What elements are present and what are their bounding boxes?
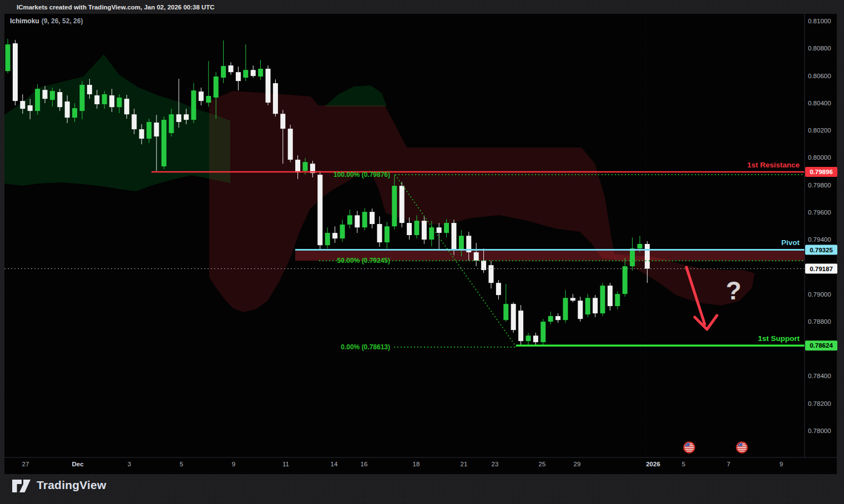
candle-body (243, 70, 248, 78)
candle-body (317, 175, 322, 245)
candle-body (273, 83, 278, 114)
candle-body (570, 298, 575, 301)
candle-body (229, 65, 234, 72)
price-badge-label: 0.79325 (810, 247, 833, 253)
candle-body (6, 44, 11, 71)
time-tick-label: 14 (331, 461, 338, 467)
question-mark-annotation[interactable]: ? (726, 276, 741, 305)
candle-body (184, 114, 189, 120)
candle-body (28, 105, 33, 111)
level-label-fib-50[interactable]: 50.00% (0.79245) (337, 257, 390, 264)
candle (288, 125, 293, 162)
candle-body (332, 233, 337, 238)
price-tick-label: 0.80600 (808, 73, 831, 79)
candle-body (295, 160, 300, 172)
candle-body (608, 286, 613, 306)
candle (35, 84, 40, 115)
time-tick-label: 3 (128, 461, 131, 467)
candle-body (154, 123, 159, 136)
candle-body (43, 90, 48, 99)
candle (511, 302, 516, 333)
candle-body (57, 92, 62, 107)
candle-body (251, 70, 256, 76)
candle-body (563, 298, 568, 320)
candle-body (518, 310, 523, 341)
candle-body (280, 114, 285, 129)
candle-body (13, 43, 18, 101)
price-badge-label: 0.79896 (810, 169, 833, 175)
candle (266, 65, 271, 105)
candle-body (355, 215, 360, 227)
candle-body (266, 69, 271, 103)
candle-body (87, 85, 92, 94)
candle-body (503, 304, 508, 320)
candle-body (496, 283, 501, 295)
chart-canvas[interactable]: 1st Resistance100.00% (0.79876)Pivot50.0… (0, 0, 844, 504)
level-label-fib-100[interactable]: 100.00% (0.79876) (333, 171, 390, 179)
time-tick-label: 25 (539, 461, 546, 467)
candle-body (630, 248, 635, 266)
price-tick-label: 0.80000 (808, 154, 831, 161)
candle-body (540, 322, 545, 342)
candle-body (303, 162, 308, 171)
candle-body (489, 265, 494, 283)
candle-body (385, 226, 390, 242)
indicator-legend[interactable]: Ichimoku(9, 26, 52, 26) (10, 17, 83, 25)
level-label-fib-0[interactable]: 0.00% (0.78613) (341, 343, 390, 351)
candle-body (221, 66, 226, 78)
candle-body (347, 215, 352, 225)
time-tick-label: 29 (574, 461, 581, 467)
price-tick-label: 0.78800 (808, 318, 831, 325)
level-label-pivot[interactable]: Pivot (781, 238, 800, 247)
candle-body (415, 221, 420, 235)
price-tick-label: 0.79400 (808, 236, 831, 243)
price-tick-label: 0.80800 (808, 45, 831, 52)
time-tick-label: 21 (461, 461, 468, 467)
candle-body (526, 335, 531, 341)
tradingview-logo[interactable]: TradingView (11, 477, 107, 493)
candle-body (288, 129, 293, 160)
candle-body (109, 95, 114, 107)
time-tick-label: 2026 (646, 461, 660, 467)
watermark-text: ICmarkets created with TradingView.com, … (17, 4, 215, 11)
price-tick-label: 0.80400 (808, 100, 831, 106)
candle-body (102, 94, 107, 104)
candle-body (35, 89, 40, 111)
candle-body (638, 244, 643, 248)
indicator-name: Ichimoku (10, 17, 39, 25)
candle-body (117, 98, 122, 107)
candle-body (340, 225, 345, 238)
candle-body (124, 99, 129, 114)
time-tick-label: 7 (727, 461, 730, 467)
candle-body (258, 69, 263, 77)
price-tick-label: 0.78400 (808, 373, 831, 379)
candle-body (199, 91, 204, 101)
candle-body (325, 233, 330, 245)
level-label-resistance[interactable]: 1st Resistance (747, 161, 800, 169)
candle-body (206, 96, 211, 103)
economic-event-flag-us[interactable] (736, 442, 747, 453)
indicator-params: (9, 26, 52, 26) (42, 17, 83, 25)
watermark-bar: ICmarkets created with TradingView.com, … (0, 0, 844, 14)
candle-body (645, 244, 650, 269)
time-tick-label: 9 (780, 461, 783, 467)
price-tick-label: 0.81000 (808, 18, 831, 24)
candle-body (578, 301, 583, 319)
price-badge-label: 0.78624 (810, 342, 833, 349)
candle (518, 305, 523, 345)
candle-body (437, 227, 442, 233)
candle-body (600, 286, 605, 313)
time-tick-label: 16 (361, 461, 368, 467)
candle-body (72, 108, 77, 118)
candle-body (481, 261, 486, 270)
price-tick-label: 0.79600 (808, 209, 831, 216)
level-label-support[interactable]: 1st Support (758, 334, 800, 343)
time-tick-label: 5 (180, 461, 183, 467)
candle-body (169, 114, 174, 133)
candle-body (474, 252, 479, 261)
economic-event-flag-us[interactable] (684, 442, 695, 453)
candle-body (370, 212, 375, 224)
candle-body (176, 114, 181, 122)
candle-body (236, 72, 241, 81)
price-tick-label: 0.78200 (808, 400, 831, 407)
